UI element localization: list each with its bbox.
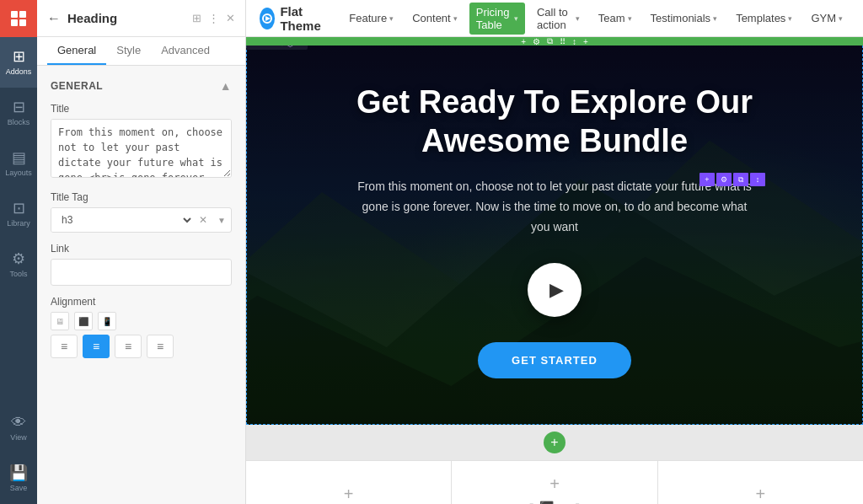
col2-tablet-icon[interactable]: ▣ [559, 501, 570, 504]
app-logo [0, 0, 37, 37]
nav-call-to-action[interactable]: Call to action ▾ [530, 3, 587, 35]
select-arrow-icon: ▼ [212, 216, 231, 225]
hero-title: Get Ready To Explore Our Awesome Bundle [314, 83, 796, 160]
align-center-button[interactable]: ≡ [83, 335, 110, 358]
align-mobile-icon[interactable]: 📱 [98, 312, 116, 330]
panel-content: General ▲ Title From this moment on, cho… [37, 66, 245, 504]
link-label: Link [51, 243, 232, 255]
title-tag-select-wrap: h3 h1 h2 h4 h5 p ✕ ▼ [51, 207, 232, 233]
hero-cta-button[interactable]: GET STARTED [478, 342, 631, 378]
tab-advanced[interactable]: Advanced [151, 37, 220, 65]
blocks-icon: ⊟ [13, 99, 25, 115]
bottom-add-row: + + ↺ ⬛ ▣ ↻ + [246, 460, 863, 504]
logo-circle [260, 8, 275, 29]
add-col-3[interactable]: + [658, 461, 863, 504]
panel-search-icon[interactable]: ⊞ [192, 12, 201, 24]
save-icon: 💾 [9, 465, 28, 480]
col2-desktop-icon[interactable]: ⬛ [539, 501, 554, 504]
alignment-buttons: ≡ ≡ ≡ ≡ [51, 335, 232, 358]
tab-style[interactable]: Style [106, 37, 151, 65]
nav-feature[interactable]: Feature ▾ [342, 8, 400, 28]
title-tag-select[interactable]: h3 h1 h2 h4 h5 p [51, 208, 194, 232]
pricing-delete-icon[interactable]: + [583, 37, 588, 46]
sidebar-item-blocks[interactable]: ⊟ Blocks [0, 88, 37, 138]
panel-header: ← Heading ⊞ ⋮ ✕ [37, 0, 245, 37]
title-input[interactable]: From this moment on, choose not to let y… [51, 119, 232, 178]
subtitle-ctrl-3[interactable]: ⧉ [733, 173, 748, 186]
align-desktop-icon[interactable]: 🖥 [51, 312, 69, 330]
panel-back-button[interactable]: ← [47, 11, 61, 26]
pricing-move-icon[interactable]: ↕ [572, 37, 576, 46]
col2-rotate-left-icon[interactable]: ↺ [524, 501, 534, 504]
link-input[interactable] [51, 259, 232, 286]
title-label: Title [51, 103, 232, 115]
sidebar-item-addons[interactable]: ⊞ Addons [0, 37, 37, 88]
add-section-button[interactable]: + [544, 432, 566, 453]
add-col-2-controls: ↺ ⬛ ▣ ↻ [524, 501, 585, 504]
hero-content: Get Ready To Explore Our Awesome Bundle … [246, 50, 863, 412]
pricing-drag-icon[interactable]: ⠿ [560, 37, 566, 46]
align-left-button[interactable]: ≡ [51, 335, 78, 358]
sidebar-item-tools[interactable]: ⚙ Tools [0, 239, 37, 290]
section-general-header: General ▲ [44, 72, 239, 98]
section-toggle-icon[interactable]: ▲ [220, 79, 232, 93]
nav-team[interactable]: Team ▾ [592, 8, 639, 28]
col2-rotate-right-icon[interactable]: ↻ [575, 501, 585, 504]
nav-pricing-table[interactable]: Pricing Table ▾ [469, 3, 525, 35]
add-section-area: + [246, 425, 863, 460]
panel-close-icon[interactable]: ✕ [226, 12, 235, 24]
brand-name: Flat Theme [280, 4, 327, 33]
alignment-field-group: Alignment 🖥 ⬛ 📱 ≡ ≡ ≡ ≡ [44, 291, 239, 363]
alignment-row-1: 🖥 ⬛ 📱 [51, 312, 232, 330]
main-area: Flat Theme Feature ▾ Content ▾ Pricing T… [246, 0, 863, 504]
subtitle-ctrl-4[interactable]: ↕ [750, 173, 765, 186]
add-col-1[interactable]: + [246, 461, 452, 504]
nav-testimonials[interactable]: Testimonials ▾ [644, 8, 725, 28]
view-icon: 👁 [11, 415, 26, 430]
subtitle-ctrl-1[interactable]: + [700, 173, 715, 186]
sidebar-item-save[interactable]: 💾 Save [0, 453, 37, 504]
panel-menu-icon[interactable]: ⋮ [208, 12, 219, 24]
sidebar-item-library[interactable]: ⊡ Library [0, 189, 37, 239]
addons-icon: ⊞ [13, 49, 25, 64]
tab-general[interactable]: General [47, 37, 106, 65]
title-tag-field-group: Title Tag h3 h1 h2 h4 h5 p ✕ ▼ [44, 186, 239, 238]
nav-content[interactable]: Content ▾ [405, 8, 464, 28]
align-right-button[interactable]: ≡ [115, 335, 142, 358]
select-clear-icon[interactable]: ✕ [194, 214, 212, 226]
topnav: Flat Theme Feature ▾ Content ▾ Pricing T… [246, 0, 863, 37]
svg-rect-1 [19, 11, 26, 18]
layouts-icon: ▤ [12, 150, 26, 165]
nav-gym[interactable]: GYM ▾ [804, 8, 850, 28]
tools-icon: ⚙ [12, 251, 25, 266]
hero-subtitle: From this moment on, choose not to let y… [352, 177, 757, 237]
align-tablet-icon[interactable]: ⬛ [74, 312, 93, 330]
sidebar: ⊞ Addons ⊟ Blocks ▤ Layouts ⊡ Library ⚙ … [0, 0, 37, 504]
title-field-group: Title From this moment on, choose not to… [44, 98, 239, 186]
add-col-2[interactable]: + ↺ ⬛ ▣ ↻ [452, 461, 657, 504]
pricing-settings-icon[interactable]: ⚙ [533, 37, 540, 46]
svg-marker-5 [265, 16, 271, 21]
subtitle-container: From this moment on, choose not to let y… [352, 177, 757, 262]
add-col-2-icon: + [549, 475, 560, 494]
subtitle-ctrl-2[interactable]: ⚙ [716, 173, 732, 186]
align-justify-button[interactable]: ≡ [147, 335, 174, 358]
nav-templates[interactable]: Templates ▾ [729, 8, 799, 28]
site-logo: Flat Theme [260, 4, 327, 33]
pricing-clone-icon[interactable]: ⧉ [547, 36, 553, 46]
panel-title: Heading [67, 11, 117, 25]
panel-tabs: General Style Advanced [37, 37, 245, 66]
play-icon: ▶ [549, 279, 564, 301]
pricing-add-icon[interactable]: + [521, 37, 526, 46]
properties-panel: ← Heading ⊞ ⋮ ✕ General Style Advanced G… [37, 0, 246, 504]
library-icon: ⊡ [13, 201, 25, 216]
hero-play-button[interactable]: ▶ [528, 263, 582, 317]
subtitle-controls: + ⚙ ⧉ ↕ [700, 173, 765, 186]
hero-section: ≡ + ○ ✎ ⬡ + Get Ready To Explore Our Awe… [246, 37, 863, 425]
sidebar-item-layouts[interactable]: ▤ Layouts [0, 138, 37, 189]
add-col-1-icon: + [344, 485, 354, 504]
link-field-group: Link [44, 238, 239, 291]
svg-rect-0 [11, 11, 18, 18]
sidebar-item-view[interactable]: 👁 View [0, 403, 37, 453]
svg-rect-2 [11, 19, 18, 26]
